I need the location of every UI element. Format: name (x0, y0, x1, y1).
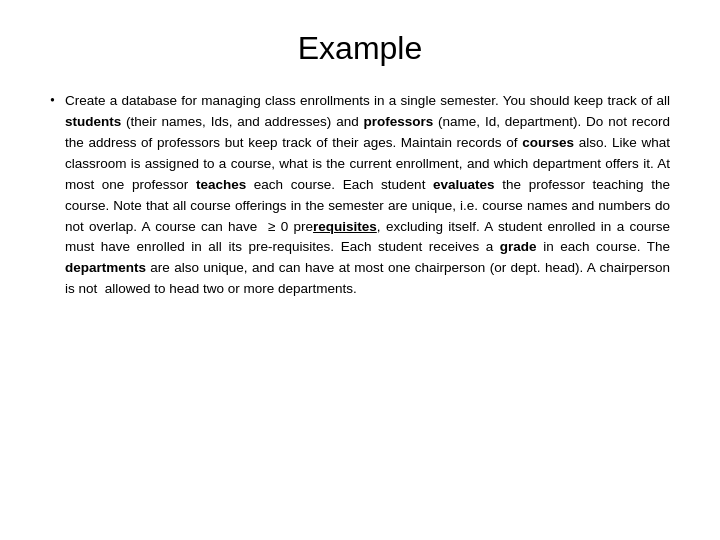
bullet-dot: • (50, 93, 55, 109)
content-area: • Create a database for managing class e… (50, 91, 670, 300)
page: Example • Create a database for managing… (0, 0, 720, 540)
bullet-item: • Create a database for managing class e… (50, 91, 670, 300)
page-title: Example (298, 30, 423, 67)
bullet-text: Create a database for managing class enr… (65, 91, 670, 300)
